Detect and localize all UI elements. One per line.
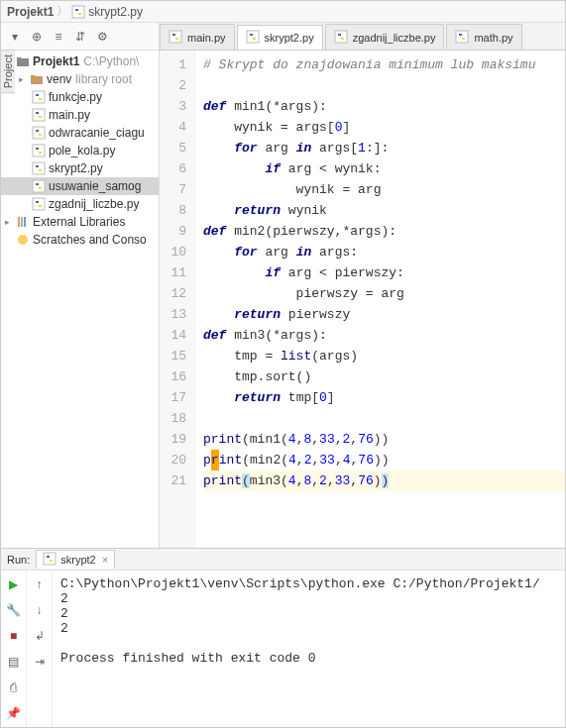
code-line[interactable]: wynik = arg (203, 179, 565, 200)
tree-file[interactable]: funkcje.py (1, 88, 159, 106)
project-tool-tab[interactable]: Project (0, 50, 15, 93)
python-file-icon (334, 30, 348, 46)
tree-file[interactable]: zgadnij_liczbe.py (1, 195, 159, 213)
svg-rect-0 (72, 6, 84, 18)
python-file-icon (455, 30, 469, 46)
tree-external-libs[interactable]: ▸ External Libraries (1, 213, 159, 231)
tree-root[interactable]: ▾ Projekt1 C:\Python\ (1, 52, 159, 70)
svg-rect-14 (335, 31, 347, 43)
code-line[interactable]: def min3(*args): (203, 325, 565, 346)
editor-tabs: main.pyskrypt2.pyzgadnij_liczbe.pymath.p… (160, 23, 565, 51)
tree-file[interactable]: pole_kola.py (1, 142, 159, 159)
editor-tab[interactable]: math.py (446, 24, 521, 50)
run-header: Run: skrypt2 × (1, 549, 565, 571)
code-line[interactable] (203, 408, 565, 429)
close-icon[interactable]: × (102, 554, 108, 566)
svg-rect-1 (33, 91, 45, 103)
svg-rect-16 (44, 553, 56, 565)
library-icon (15, 215, 31, 229)
svg-rect-6 (33, 180, 45, 192)
breadcrumb: Projekt1 〉 skrypt2.py (1, 1, 565, 23)
svg-rect-3 (33, 127, 45, 139)
code-line[interactable]: return pierwszy (203, 304, 565, 325)
print-icon[interactable]: ⎙ (4, 677, 24, 697)
down-icon[interactable]: ↓ (30, 600, 50, 620)
tree-file[interactable]: main.py (1, 106, 159, 124)
svg-rect-10 (24, 217, 26, 227)
python-file-icon (246, 30, 260, 46)
svg-rect-13 (247, 31, 259, 43)
up-icon[interactable]: ↑ (30, 574, 50, 594)
line-gutter: 123456789101112131415161718192021 (160, 51, 195, 548)
run-label: Run: (7, 554, 30, 566)
rerun-icon[interactable]: ▶ (4, 574, 24, 594)
gear-icon[interactable]: ⚙ (92, 27, 112, 47)
code-line[interactable]: def min2(pierwszy,*args): (203, 221, 565, 242)
svg-rect-9 (21, 217, 23, 227)
svg-point-11 (18, 235, 28, 245)
code-line[interactable]: for arg in args: (203, 242, 565, 262)
breadcrumb-project[interactable]: Projekt1 (7, 5, 54, 19)
svg-rect-7 (33, 198, 45, 210)
svg-rect-12 (170, 31, 181, 43)
python-file-icon (31, 161, 47, 175)
chevron-right-icon: 〉 (57, 3, 68, 20)
code-line[interactable]: wynik = args[0] (203, 117, 565, 138)
svg-rect-2 (33, 109, 45, 121)
tree-file[interactable]: skrypt2.py (1, 159, 159, 177)
python-file-icon (31, 197, 47, 211)
project-sidebar: ▾ ⊕ ≡ ⇵ ⚙ ▾ Projekt1 C:\Python\ ▸ venv l… (1, 23, 160, 548)
code-line[interactable]: for arg in args[1:]: (203, 138, 565, 158)
python-file-icon (71, 5, 85, 19)
code-line[interactable]: return wynik (203, 200, 565, 221)
code-line[interactable]: print(min3(4,8,2,33,76)) (203, 470, 565, 491)
python-file-icon (31, 90, 47, 104)
code-line[interactable]: tmp = list(args) (203, 346, 565, 366)
pin-icon[interactable]: 📌 (4, 703, 24, 723)
collapse-all-icon[interactable]: ⇵ (70, 27, 90, 47)
python-file-icon (31, 108, 47, 122)
project-tree: ▾ Projekt1 C:\Python\ ▸ venv library roo… (1, 51, 159, 548)
tree-scratches[interactable]: Scratches and Conso (1, 231, 159, 249)
stop-icon[interactable]: ■ (4, 626, 24, 646)
code-line[interactable]: pierwszy = arg (203, 283, 565, 304)
code-line[interactable]: return tmp[0] (203, 387, 565, 408)
tree-file[interactable]: odwracanie_ciagu (1, 124, 159, 142)
run-tab[interactable]: skrypt2 × (36, 550, 115, 569)
editor-tab[interactable]: skrypt2.py (237, 25, 323, 51)
layout-icon[interactable]: ▤ (4, 652, 24, 672)
code-line[interactable]: if arg < wynik: (203, 158, 565, 179)
target-icon[interactable]: ⊕ (27, 27, 47, 47)
editor: main.pyskrypt2.pyzgadnij_liczbe.pymath.p… (160, 23, 565, 548)
svg-rect-4 (33, 145, 45, 156)
python-file-icon (169, 30, 182, 46)
svg-rect-8 (18, 217, 20, 227)
scroll-to-end-icon[interactable]: ⇥ (30, 652, 50, 672)
run-toolbar-left: ▶ 🔧 ■ ▤ ⎙ 📌 (1, 571, 27, 728)
code-line[interactable]: if arg < pierwszy: (203, 262, 565, 283)
python-file-icon (31, 179, 47, 193)
code-line[interactable]: tmp.sort() (203, 366, 565, 387)
soft-wrap-icon[interactable]: ↲ (30, 626, 50, 646)
scratches-icon (15, 233, 31, 247)
code-line[interactable]: # Skrypt do znajdowania minimum lub maks… (203, 54, 565, 75)
folder-icon (29, 72, 45, 86)
code-line[interactable]: def min1(*args): (203, 96, 565, 117)
svg-rect-15 (456, 31, 468, 43)
code-line[interactable]: print(min2(4,2,33,4,76)) (203, 450, 565, 470)
code-area[interactable]: 123456789101112131415161718192021 # Skry… (160, 51, 565, 548)
editor-tab[interactable]: zgadnij_liczbe.py (325, 24, 445, 50)
code-line[interactable] (203, 75, 565, 96)
expand-all-icon[interactable]: ≡ (49, 27, 68, 47)
tree-file[interactable]: usuwanie_samog (1, 177, 159, 195)
wrench-icon[interactable]: 🔧 (4, 600, 24, 620)
run-output[interactable]: C:\Python\Projekt1\venv\Scripts\python.e… (53, 571, 565, 728)
editor-tab[interactable]: main.py (160, 24, 235, 50)
code-line[interactable]: print(min1(4,8,33,2,76)) (203, 429, 565, 450)
breadcrumb-file[interactable]: skrypt2.py (88, 5, 143, 19)
run-tool-window: Run: skrypt2 × ▶ 🔧 ■ ▤ ⎙ 📌 ↑ ↓ ↲ ⇥ C:\Py… (1, 548, 565, 728)
code-content[interactable]: # Skrypt do znajdowania minimum lub maks… (195, 51, 565, 548)
svg-rect-5 (33, 162, 45, 174)
project-dropdown-icon[interactable]: ▾ (5, 27, 25, 47)
tree-venv[interactable]: ▸ venv library root (1, 70, 159, 88)
